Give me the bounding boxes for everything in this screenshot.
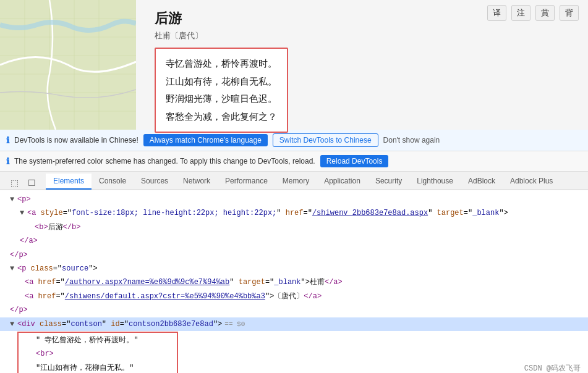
language-notif-text: DevTools is now available in Chinese! [14,136,138,145]
tab-sources[interactable]: Sources [134,174,176,190]
table-row-selected: ▼ <div class="contson" id="contson2bb683… [0,317,588,331]
always-match-button[interactable]: Always match Chrome's language [143,134,268,146]
poem-line-1: 寺忆曾游处，桥怜再渡时。 [166,55,277,73]
tab-security[interactable]: Security [368,174,409,190]
language-notification-bar: ℹ DevTools is now available in Chinese! … [0,130,588,151]
poem-title: 后游 [155,9,288,28]
cursor-icon[interactable]: ⬚ [7,176,21,190]
tab-memory[interactable]: Memory [275,174,317,190]
devtools-tab-bar: ⬚ ☐ Elements Console Sources Network Per… [0,172,588,190]
tab-adblock-plus[interactable]: Adblock Plus [503,174,560,190]
info-icon-2: ℹ [6,156,9,166]
map-grid-svg [0,0,136,130]
poem-content-area: 后游 杜甫〔唐代〕 寺忆曾游处，桥怜再渡时。 江山如有待，花柳自无私。 野润烟光… [155,6,288,133]
table-row: ▼ <a style="font-size:18px; line-height:… [0,206,588,220]
map-background [0,0,136,130]
dom-content-highlight: " 寺忆曾游处，桥怜再渡时。" <br> "江山如有待，花柳自无私。" <br>… [17,332,178,373]
table-row: <a href="/authorv.aspx?name=%e6%9d%9c%e7… [0,275,588,289]
table-row: ▼ <p class="source"> [0,262,588,275]
table-row: <br> [21,347,174,361]
tab-console[interactable]: Console [92,174,134,190]
tab-network[interactable]: Network [176,174,218,190]
webpage-preview: 后游 杜甫〔唐代〕 寺忆曾游处，桥怜再渡时。 江山如有待，花柳自无私。 野润烟光… [0,0,588,130]
table-row: ▼ <p> [0,193,588,206]
table-row: </p> [0,303,588,317]
csdn-watermark: CSDN @码农飞哥 [524,363,581,373]
elements-panel[interactable]: ▼ <p> ▼ <a style="font-size:18px; line-h… [0,190,588,373]
poem-author: 杜甫〔唐代〕 [155,30,288,41]
tab-elements[interactable]: Elements [46,174,92,190]
table-row: <b>后游</b> [0,220,588,234]
table-row: </a> [0,234,588,248]
color-notif-text: The system-preferred color scheme has ch… [14,157,315,166]
annotate-button[interactable]: 注 [511,5,530,21]
tab-lighthouse[interactable]: Lighthouse [409,174,461,190]
tab-performance[interactable]: Performance [218,174,275,190]
translate-button[interactable]: 译 [487,5,506,21]
devtools-icon-row: ⬚ ☐ [2,176,43,190]
tab-adblock[interactable]: AdBlock [461,174,503,190]
poem-line-3: 野润烟光薄，沙暄日色迟。 [166,90,277,108]
poem-line-2: 江山如有待，花柳自无私。 [166,73,277,91]
memorize-button[interactable]: 背 [560,5,579,21]
poem-box: 寺忆曾游处，桥怜再渡时。 江山如有待，花柳自无私。 野润烟光薄，沙暄日色迟。 客… [155,48,288,133]
color-scheme-notification-bar: ℹ The system-preferred color scheme has … [0,151,588,172]
reload-devtools-button[interactable]: Reload DevTools [320,155,389,167]
table-row: " 寺忆曾游处，桥怜再渡时。" [21,333,174,347]
appreciate-button[interactable]: 賞 [535,5,555,21]
info-icon-1: ℹ [6,135,9,145]
tab-application[interactable]: Application [317,174,368,190]
table-row: </p> [0,248,588,262]
switch-devtools-button[interactable]: Switch DevTools to Chinese [273,133,378,147]
table-row: "江山如有待，花柳自无私。" [21,361,174,373]
table-row: <a href="/shiwens/default.aspx?cstr=%e5%… [0,290,588,303]
mobile-icon[interactable]: ☐ [25,176,38,190]
poem-line-4: 客愁全为减，舍此复何之？ [166,108,277,126]
dont-show-again-link[interactable]: Don't show again [383,136,440,145]
action-buttons: 译 注 賞 背 [487,5,579,21]
